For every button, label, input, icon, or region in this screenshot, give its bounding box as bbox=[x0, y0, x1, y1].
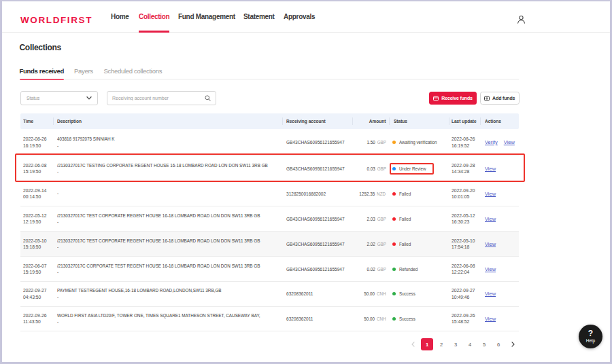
nav-item-collection[interactable]: Collection bbox=[139, 0, 169, 33]
cell-description: /2130327017C TEST CORPORATE REGENT HOUSE… bbox=[53, 238, 282, 251]
cell-last-update: 2022-09-2615:48:52 bbox=[449, 312, 480, 325]
search-icon[interactable] bbox=[205, 95, 211, 101]
table-row: 2022-09-1400:14:50-31282500168820021252.… bbox=[20, 181, 519, 206]
user-account-icon[interactable] bbox=[517, 15, 526, 24]
receive-funds-button[interactable]: Receive funds bbox=[429, 92, 477, 105]
column-header-time: Time bbox=[20, 118, 53, 124]
cell-amount: 50.00CNH bbox=[352, 291, 389, 297]
cell-actions: View bbox=[480, 166, 519, 172]
cell-actions: View bbox=[480, 266, 519, 272]
currency-code: CNH bbox=[377, 316, 386, 322]
amount-value: 50.00 bbox=[364, 316, 375, 322]
funds-received-table: TimeDescriptionReceiving accountAmountSt… bbox=[20, 113, 519, 331]
column-separator bbox=[352, 117, 353, 125]
cell-amount: 2.02GBP bbox=[352, 241, 389, 247]
column-separator bbox=[389, 117, 390, 125]
chevron-down-icon bbox=[86, 96, 92, 100]
view-link[interactable]: View bbox=[485, 316, 496, 322]
view-link[interactable]: View bbox=[485, 166, 496, 172]
add-funds-button[interactable]: Add funds bbox=[480, 92, 520, 105]
cell-status: Failed bbox=[389, 216, 449, 222]
cell-time: 2022-09-2704:43:50 bbox=[20, 287, 53, 300]
cell-last-update: 2022-09-2710:49:46 bbox=[449, 287, 480, 300]
pagination-prev-button[interactable] bbox=[407, 338, 419, 350]
currency-code: GBP bbox=[377, 266, 386, 272]
status-dot-icon bbox=[392, 268, 396, 271]
cell-last-update: 2022-06-0812:22:04 bbox=[449, 263, 480, 276]
table-row: 2022-09-2704:43:50PAYMENT TESTREGENT HOU… bbox=[20, 282, 519, 307]
tab-funds-received[interactable]: Funds received bbox=[20, 65, 65, 79]
pagination-page-1[interactable]: 1 bbox=[421, 338, 433, 350]
table-body: 2022-08-2616:19:50403818 91792075 SINNIA… bbox=[20, 129, 519, 331]
cell-last-update: 2022-08-2616:19:52 bbox=[449, 136, 480, 149]
cell-time: 2022-05-1015:18:50 bbox=[20, 238, 53, 251]
cell-time: 2022-06-0715:19:50 bbox=[20, 263, 53, 276]
table-row: 2022-09-2611:43:50WORLD FIRST ASIA LTD20… bbox=[20, 307, 519, 332]
nav-item-approvals[interactable]: Approvals bbox=[284, 0, 315, 33]
amount-value: 2.03 bbox=[367, 216, 375, 222]
nav-item-fund-management[interactable]: Fund Management bbox=[178, 0, 235, 33]
status-dot-icon bbox=[392, 217, 396, 221]
filter-row: Status Receive funds Add funds bbox=[20, 91, 519, 106]
cell-status: Under Review bbox=[389, 166, 449, 172]
table-row: 2022-05-1212:19:50/2130327017C TEST CORP… bbox=[20, 206, 519, 232]
currency-code: GBP bbox=[377, 216, 386, 222]
status-dot-icon bbox=[392, 167, 396, 170]
view-link[interactable]: View bbox=[485, 216, 496, 222]
pagination-page-2[interactable]: 2 bbox=[435, 338, 447, 350]
cell-status: Success bbox=[389, 291, 449, 297]
view-link[interactable]: View bbox=[485, 241, 496, 247]
status-filter-placeholder: Status bbox=[27, 96, 86, 101]
pagination-page-5[interactable]: 5 bbox=[478, 338, 490, 350]
cell-amount: 2.03GBP bbox=[352, 216, 389, 222]
cell-actions: View bbox=[480, 241, 519, 247]
table-row: 2022-08-2616:19:50403818 91792075 SINNIA… bbox=[20, 129, 519, 156]
cell-receiving-account: GB43CHAS60956121655947 bbox=[282, 166, 352, 172]
receiving-account-input[interactable] bbox=[112, 96, 205, 101]
cell-amount: 0.03GBP bbox=[352, 166, 389, 172]
view-link[interactable]: View bbox=[485, 291, 496, 297]
status-text: Refunded bbox=[399, 266, 418, 272]
status-dot-icon bbox=[392, 317, 396, 321]
pagination-next-button[interactable] bbox=[507, 338, 519, 350]
pagination-page-4[interactable]: 4 bbox=[464, 338, 476, 350]
cell-time: 2022-06-0815:19:50 bbox=[20, 162, 53, 175]
column-separator bbox=[282, 117, 283, 125]
cell-actions: View bbox=[480, 291, 519, 297]
cell-description: - bbox=[53, 190, 282, 197]
view-link[interactable]: View bbox=[485, 191, 496, 197]
pagination: 123456 bbox=[20, 338, 519, 351]
cell-actions: View bbox=[480, 316, 519, 322]
pagination-page-3[interactable]: 3 bbox=[449, 338, 462, 350]
currency-code: GBP bbox=[377, 166, 386, 172]
cell-amount: 1.50GBP bbox=[352, 139, 389, 145]
pagination-page-6[interactable]: 6 bbox=[492, 338, 505, 350]
amount-value: 0.02 bbox=[367, 266, 375, 272]
currency-code: GBP bbox=[377, 139, 386, 145]
cell-time: 2022-08-2616:19:50 bbox=[20, 136, 53, 149]
currency-code: NZD bbox=[377, 191, 386, 197]
status-dot-icon bbox=[392, 292, 396, 295]
cell-actions: VerifyView bbox=[480, 139, 519, 145]
view-link[interactable]: View bbox=[485, 266, 496, 272]
table-header-row: TimeDescriptionReceiving accountAmountSt… bbox=[20, 113, 519, 129]
currency-code: CNH bbox=[377, 291, 386, 297]
column-header-last-update: Last update bbox=[449, 118, 480, 124]
cell-amount: 50.00CNH bbox=[352, 316, 389, 322]
nav-item-statement[interactable]: Statement bbox=[243, 0, 275, 33]
receive-funds-label: Receive funds bbox=[441, 96, 473, 101]
status-text: Awaiting verification bbox=[399, 139, 437, 145]
status-filter-select[interactable]: Status bbox=[20, 91, 98, 106]
verify-link[interactable]: Verify bbox=[485, 139, 498, 145]
cell-receiving-account: 63208362011 bbox=[282, 291, 352, 297]
table-row: 2022-06-0815:19:50/2130327017C TESTING C… bbox=[20, 156, 519, 181]
cell-description: 403818 91792075 SINNIAH K- bbox=[53, 136, 282, 149]
status-text: Success bbox=[399, 316, 415, 322]
column-separator bbox=[53, 117, 54, 125]
help-button[interactable]: ? Help bbox=[579, 325, 602, 348]
tab-payers[interactable]: Payers bbox=[74, 65, 93, 79]
view-link[interactable]: View bbox=[504, 139, 515, 145]
nav-item-home[interactable]: Home bbox=[111, 0, 129, 33]
tab-scheduled-collections[interactable]: Scheduled collections bbox=[104, 65, 163, 79]
column-header-description: Description bbox=[53, 118, 282, 124]
